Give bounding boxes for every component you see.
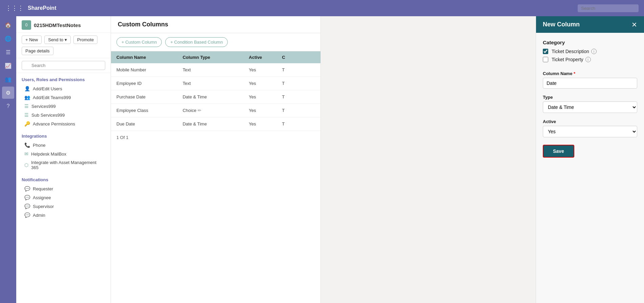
ticket-description-row: Ticket Description i bbox=[543, 49, 637, 54]
apps-icon[interactable]: ⋮⋮⋮ bbox=[5, 4, 24, 12]
chat-icon: 💬 bbox=[24, 204, 30, 209]
new-column-header: New Column ✕ bbox=[536, 16, 644, 33]
nav-item-services[interactable]: ☰ Services999 bbox=[22, 102, 105, 111]
home-icon[interactable]: 🏠 bbox=[2, 19, 14, 31]
user-icon: 👤 bbox=[24, 86, 30, 91]
group-icon[interactable]: 👥 bbox=[2, 73, 14, 85]
topbar: ⋮⋮⋮ SharePoint bbox=[0, 0, 644, 16]
save-button[interactable]: Save bbox=[543, 145, 574, 158]
nav-label: Services999 bbox=[31, 104, 56, 109]
cell-name: Due Date bbox=[116, 121, 183, 126]
chevron-down-icon: ▾ bbox=[65, 37, 67, 42]
type-select[interactable]: Date & Time Text Choice Number bbox=[543, 101, 637, 113]
cell-c: T bbox=[282, 81, 315, 86]
nav-item-helpdesk-mailbox[interactable]: ✉ Helpdesk MailBox bbox=[22, 149, 105, 158]
nav-label: Add/Edit Users bbox=[33, 86, 62, 91]
cell-type: Date & Time bbox=[183, 121, 249, 126]
condition-based-column-tab[interactable]: + Condition Based Column bbox=[165, 37, 228, 47]
nav-item-supervisor[interactable]: 💬 Supervisor bbox=[22, 202, 105, 211]
active-select[interactable]: Yes No bbox=[543, 126, 637, 137]
col-header-active: Active bbox=[249, 55, 282, 60]
ticket-description-label: Ticket Description i bbox=[552, 49, 597, 54]
main-layout: 🏠 🌐 ☰ 📈 👥 ⚙ ? 0 0215HDMTestNotes + New S… bbox=[0, 16, 644, 303]
new-column-title: New Column bbox=[543, 21, 580, 28]
content-sidebar: 0 0215HDMTestNotes + New Send to ▾ Promo… bbox=[16, 16, 111, 303]
integrations-section: Integrations 📞 Phone ✉ Helpdesk MailBox … bbox=[16, 130, 111, 173]
cell-c: T bbox=[282, 67, 315, 72]
teams-icon: 👥 bbox=[24, 95, 30, 100]
ticket-property-checkbox[interactable] bbox=[543, 57, 548, 62]
nav-label: Phone bbox=[33, 143, 46, 148]
topbar-search-input[interactable] bbox=[578, 4, 639, 12]
cell-name: Employee ID bbox=[116, 81, 183, 86]
mail-icon: ✉ bbox=[24, 151, 28, 157]
column-name-field: Column Name * bbox=[543, 71, 637, 89]
page-icon: 0 bbox=[22, 20, 31, 30]
settings-icon[interactable]: ⚙ bbox=[2, 87, 14, 99]
users-section-title: Users, Roles and Permissions bbox=[22, 77, 105, 82]
column-name-label: Column Name * bbox=[543, 71, 637, 76]
ticket-description-info-icon[interactable]: i bbox=[591, 49, 597, 54]
sub-services-icon: ☰ bbox=[24, 112, 29, 118]
column-name-input[interactable] bbox=[543, 78, 637, 89]
col-header-type: Column Type bbox=[183, 55, 249, 60]
send-to-label: Send to bbox=[48, 37, 63, 42]
table-row: Mobile Number Text Yes T bbox=[111, 63, 320, 77]
cell-type: Text bbox=[183, 81, 249, 86]
nav-item-phone[interactable]: 📞 Phone bbox=[22, 141, 105, 149]
cell-type: Date & Time bbox=[183, 94, 249, 99]
table-row: Purchase Date Date & Time Yes T bbox=[111, 90, 320, 104]
cell-active: Yes bbox=[249, 81, 282, 86]
nav-item-admin[interactable]: 💬 Admin bbox=[22, 211, 105, 219]
nav-item-add-edit-teams[interactable]: 👥 Add/Edit Teams999 bbox=[22, 93, 105, 102]
new-column-body: Category Ticket Description i Ticket Pro… bbox=[536, 33, 644, 164]
search-wrap: 🔍 bbox=[22, 61, 105, 70]
nav-item-requester[interactable]: 💬 Requester bbox=[22, 184, 105, 193]
category-label: Category bbox=[543, 40, 637, 45]
cell-active: Yes bbox=[249, 67, 282, 72]
globe-icon[interactable]: 🌐 bbox=[2, 32, 14, 45]
nav-label: Requester bbox=[33, 186, 53, 191]
users-section: Users, Roles and Permissions 👤 Add/Edit … bbox=[16, 73, 111, 130]
nav-item-add-edit-users[interactable]: 👤 Add/Edit Users bbox=[22, 84, 105, 93]
nav-item-sub-services[interactable]: ☰ Sub Services999 bbox=[22, 111, 105, 119]
cell-type-text: Choice bbox=[183, 108, 196, 113]
list-icon[interactable]: ☰ bbox=[2, 46, 14, 58]
promote-button[interactable]: Promote bbox=[73, 36, 97, 44]
send-to-button[interactable]: Send to ▾ bbox=[44, 36, 71, 44]
nav-label: Helpdesk MailBox bbox=[31, 152, 66, 157]
edit-icon[interactable]: ✏ bbox=[198, 108, 201, 113]
close-button[interactable]: ✕ bbox=[631, 21, 637, 28]
nav-item-advance-permissions[interactable]: 🔑 Advance Permissions bbox=[22, 119, 105, 128]
icon-sidebar: 🏠 🌐 ☰ 📈 👥 ⚙ ? bbox=[0, 16, 16, 303]
custom-column-tab[interactable]: + Custom Column bbox=[116, 37, 162, 47]
table-row: Due Date Date & Time Yes T bbox=[111, 117, 320, 131]
chat-icon: 💬 bbox=[24, 212, 30, 218]
page-details-button[interactable]: Page details bbox=[22, 47, 53, 55]
cell-name: Mobile Number bbox=[116, 67, 183, 72]
active-label: Active bbox=[543, 119, 637, 124]
nav-item-assignee[interactable]: 💬 Assignee bbox=[22, 193, 105, 202]
search-input[interactable] bbox=[22, 61, 105, 70]
custom-columns-panel: Custom Columns + Custom Column + Conditi… bbox=[111, 16, 321, 303]
new-button[interactable]: + New bbox=[22, 36, 42, 44]
cell-active: Yes bbox=[249, 121, 282, 126]
active-field: Active Yes No bbox=[543, 119, 637, 137]
page-header: 0 0215HDMTestNotes bbox=[16, 16, 111, 33]
cell-c: T bbox=[282, 121, 315, 126]
nav-item-asset-management[interactable]: ⬡ Integrate with Asset Management 365 bbox=[22, 158, 105, 172]
cell-type: Text bbox=[183, 67, 249, 72]
nav-label: Admin bbox=[33, 213, 45, 218]
nav-label: Supervisor bbox=[33, 204, 54, 209]
col-header-name: Column Name bbox=[116, 55, 183, 60]
required-mark: * bbox=[574, 71, 575, 76]
nav-label: Assignee bbox=[33, 195, 51, 200]
nav-label: Integrate with Asset Management 365 bbox=[31, 160, 103, 170]
key-icon: 🔑 bbox=[24, 121, 30, 126]
ticket-description-checkbox[interactable] bbox=[543, 49, 548, 54]
chart-icon[interactable]: 📈 bbox=[2, 60, 14, 72]
nav-label: Add/Edit Teams999 bbox=[33, 95, 71, 100]
new-column-panel: New Column ✕ Category Ticket Description… bbox=[536, 16, 644, 303]
help-icon[interactable]: ? bbox=[2, 100, 14, 112]
ticket-property-info-icon[interactable]: i bbox=[585, 57, 591, 62]
